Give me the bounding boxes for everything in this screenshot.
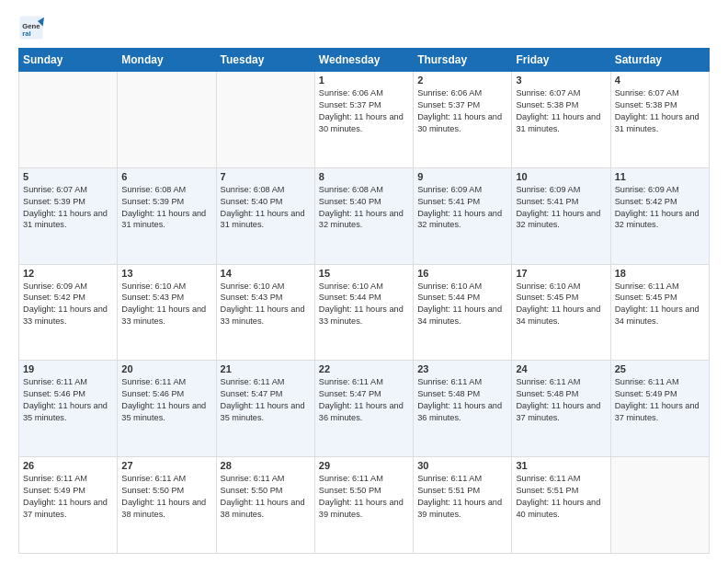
calendar-cell: 12Sunrise: 6:09 AMSunset: 5:42 PMDayligh… [19, 264, 118, 361]
day-number: 27 [121, 460, 211, 471]
calendar-cell: 13Sunrise: 6:10 AMSunset: 5:43 PMDayligh… [118, 264, 216, 361]
calendar-table: SundayMondayTuesdayWednesdayThursdayFrid… [18, 48, 710, 554]
calendar-cell: 2Sunrise: 6:06 AMSunset: 5:37 PMDaylight… [414, 72, 512, 168]
day-number: 17 [516, 268, 606, 279]
day-number: 15 [319, 268, 409, 279]
day-number: 5 [23, 171, 113, 182]
day-info: Sunrise: 6:10 AMSunset: 5:43 PMDaylight:… [221, 281, 311, 328]
calendar-cell: 20Sunrise: 6:11 AMSunset: 5:46 PMDayligh… [118, 361, 216, 457]
calendar-cell: 30Sunrise: 6:11 AMSunset: 5:51 PMDayligh… [414, 457, 512, 554]
day-number: 30 [417, 460, 507, 471]
day-info: Sunrise: 6:06 AMSunset: 5:37 PMDaylight:… [417, 87, 507, 135]
day-info: Sunrise: 6:09 AMSunset: 5:42 PMDaylight:… [615, 184, 705, 232]
day-info: Sunrise: 6:07 AMSunset: 5:38 PMDaylight:… [516, 87, 606, 135]
day-number: 3 [516, 75, 606, 86]
day-info: Sunrise: 6:07 AMSunset: 5:39 PMDaylight:… [23, 184, 113, 232]
calendar-cell: 22Sunrise: 6:11 AMSunset: 5:47 PMDayligh… [314, 361, 413, 457]
calendar-cell: 18Sunrise: 6:11 AMSunset: 5:45 PMDayligh… [610, 264, 709, 361]
weekday-header-monday: Monday [118, 49, 216, 72]
calendar-cell: 29Sunrise: 6:11 AMSunset: 5:50 PMDayligh… [314, 457, 413, 554]
day-info: Sunrise: 6:08 AMSunset: 5:40 PMDaylight:… [221, 184, 311, 232]
calendar-cell [118, 72, 216, 168]
weekday-header-tuesday: Tuesday [216, 49, 314, 72]
calendar-cell: 4Sunrise: 6:07 AMSunset: 5:38 PMDaylight… [610, 72, 709, 168]
day-number: 20 [121, 363, 211, 374]
svg-text:ral: ral [22, 29, 30, 38]
calendar-cell: 24Sunrise: 6:11 AMSunset: 5:48 PMDayligh… [512, 361, 610, 457]
day-number: 4 [615, 75, 705, 86]
day-info: Sunrise: 6:11 AMSunset: 5:50 PMDaylight:… [121, 473, 211, 521]
day-number: 16 [417, 268, 507, 279]
calendar-cell: 28Sunrise: 6:11 AMSunset: 5:50 PMDayligh… [216, 457, 314, 554]
day-info: Sunrise: 6:11 AMSunset: 5:51 PMDaylight:… [417, 473, 507, 521]
page: Gene ral SundayMondayTuesdayWednesdayThu… [0, 0, 728, 563]
day-info: Sunrise: 6:11 AMSunset: 5:46 PMDaylight:… [121, 376, 211, 424]
day-info: Sunrise: 6:11 AMSunset: 5:49 PMDaylight:… [615, 376, 705, 424]
calendar-cell [19, 72, 118, 168]
day-number: 21 [221, 363, 311, 374]
calendar-cell: 19Sunrise: 6:11 AMSunset: 5:46 PMDayligh… [19, 361, 118, 457]
day-number: 11 [615, 171, 705, 182]
weekday-header-sunday: Sunday [19, 49, 118, 72]
calendar-cell: 27Sunrise: 6:11 AMSunset: 5:50 PMDayligh… [118, 457, 216, 554]
day-number: 1 [319, 75, 409, 86]
day-number: 13 [121, 268, 211, 279]
day-info: Sunrise: 6:11 AMSunset: 5:47 PMDaylight:… [221, 376, 311, 424]
calendar-cell: 5Sunrise: 6:07 AMSunset: 5:39 PMDaylight… [19, 167, 118, 264]
week-row-4: 19Sunrise: 6:11 AMSunset: 5:46 PMDayligh… [19, 361, 710, 457]
day-info: Sunrise: 6:10 AMSunset: 5:45 PMDaylight:… [516, 281, 606, 328]
calendar-cell [610, 457, 709, 554]
calendar-cell: 10Sunrise: 6:09 AMSunset: 5:41 PMDayligh… [512, 167, 610, 264]
day-number: 18 [615, 268, 705, 279]
day-info: Sunrise: 6:07 AMSunset: 5:38 PMDaylight:… [615, 87, 705, 135]
weekday-header-friday: Friday [512, 49, 610, 72]
day-number: 29 [319, 460, 409, 471]
day-info: Sunrise: 6:11 AMSunset: 5:50 PMDaylight:… [221, 473, 311, 521]
day-number: 12 [23, 268, 113, 279]
calendar-cell: 26Sunrise: 6:11 AMSunset: 5:49 PMDayligh… [19, 457, 118, 554]
weekday-header-wednesday: Wednesday [314, 49, 413, 72]
day-info: Sunrise: 6:11 AMSunset: 5:48 PMDaylight:… [516, 376, 606, 424]
day-number: 14 [221, 268, 311, 279]
calendar-cell: 21Sunrise: 6:11 AMSunset: 5:47 PMDayligh… [216, 361, 314, 457]
header: Gene ral [18, 15, 710, 40]
calendar-cell: 31Sunrise: 6:11 AMSunset: 5:51 PMDayligh… [512, 457, 610, 554]
day-info: Sunrise: 6:11 AMSunset: 5:49 PMDaylight:… [23, 473, 113, 521]
day-number: 10 [516, 171, 606, 182]
weekday-header-thursday: Thursday [414, 49, 512, 72]
day-number: 8 [319, 171, 409, 182]
day-info: Sunrise: 6:09 AMSunset: 5:41 PMDaylight:… [516, 184, 606, 232]
day-info: Sunrise: 6:11 AMSunset: 5:45 PMDaylight:… [615, 281, 705, 328]
day-number: 26 [23, 460, 113, 471]
day-info: Sunrise: 6:08 AMSunset: 5:40 PMDaylight:… [319, 184, 409, 232]
week-row-1: 1Sunrise: 6:06 AMSunset: 5:37 PMDaylight… [19, 72, 710, 168]
day-number: 28 [221, 460, 311, 471]
calendar-cell: 1Sunrise: 6:06 AMSunset: 5:37 PMDaylight… [314, 72, 413, 168]
day-number: 25 [615, 363, 705, 374]
day-info: Sunrise: 6:11 AMSunset: 5:46 PMDaylight:… [23, 376, 113, 424]
calendar-cell: 25Sunrise: 6:11 AMSunset: 5:49 PMDayligh… [610, 361, 709, 457]
day-number: 31 [516, 460, 606, 471]
logo-icon: Gene ral [18, 15, 44, 40]
day-number: 9 [417, 171, 507, 182]
logo: Gene ral [18, 15, 48, 40]
weekday-header-row: SundayMondayTuesdayWednesdayThursdayFrid… [19, 49, 710, 72]
calendar-cell: 3Sunrise: 6:07 AMSunset: 5:38 PMDaylight… [512, 72, 610, 168]
calendar-cell: 11Sunrise: 6:09 AMSunset: 5:42 PMDayligh… [610, 167, 709, 264]
day-info: Sunrise: 6:10 AMSunset: 5:43 PMDaylight:… [121, 281, 211, 328]
calendar-cell: 17Sunrise: 6:10 AMSunset: 5:45 PMDayligh… [512, 264, 610, 361]
day-number: 24 [516, 363, 606, 374]
day-info: Sunrise: 6:08 AMSunset: 5:39 PMDaylight:… [121, 184, 211, 232]
day-info: Sunrise: 6:09 AMSunset: 5:41 PMDaylight:… [417, 184, 507, 232]
week-row-3: 12Sunrise: 6:09 AMSunset: 5:42 PMDayligh… [19, 264, 710, 361]
calendar-cell: 6Sunrise: 6:08 AMSunset: 5:39 PMDaylight… [118, 167, 216, 264]
day-info: Sunrise: 6:11 AMSunset: 5:51 PMDaylight:… [516, 473, 606, 521]
day-info: Sunrise: 6:11 AMSunset: 5:50 PMDaylight:… [319, 473, 409, 521]
day-number: 6 [121, 171, 211, 182]
day-info: Sunrise: 6:09 AMSunset: 5:42 PMDaylight:… [23, 281, 113, 328]
calendar-cell: 16Sunrise: 6:10 AMSunset: 5:44 PMDayligh… [414, 264, 512, 361]
week-row-2: 5Sunrise: 6:07 AMSunset: 5:39 PMDaylight… [19, 167, 710, 264]
calendar-cell: 14Sunrise: 6:10 AMSunset: 5:43 PMDayligh… [216, 264, 314, 361]
day-info: Sunrise: 6:10 AMSunset: 5:44 PMDaylight:… [319, 281, 409, 328]
day-info: Sunrise: 6:11 AMSunset: 5:47 PMDaylight:… [319, 376, 409, 424]
